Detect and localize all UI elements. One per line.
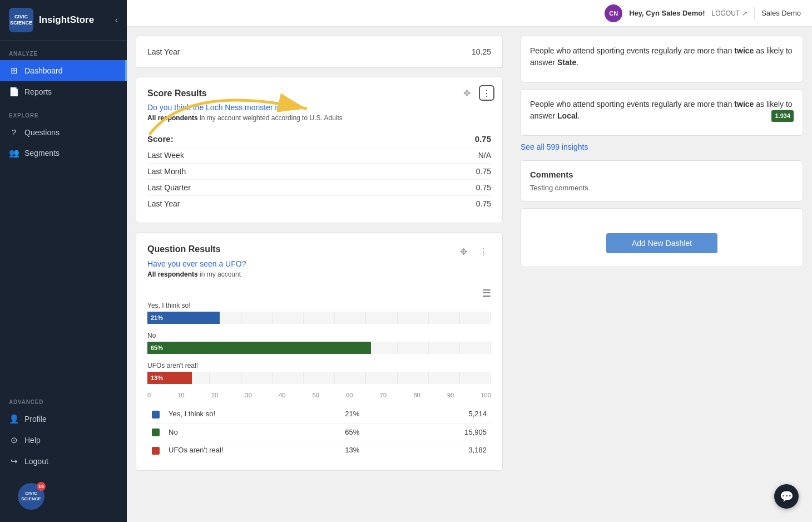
help-icon: ⊙ <box>9 435 19 445</box>
analyze-section-label: ANALYZE <box>0 41 127 60</box>
q-more-options-icon[interactable]: ⋮ <box>476 244 491 259</box>
sidebar-collapse-btn[interactable]: ‹ <box>115 15 118 25</box>
score-results-question-link[interactable]: Do you think the Loch Ness monster is re… <box>147 103 491 112</box>
chart-xaxis: 0102030405060708090100 <box>147 392 491 398</box>
insight-card-2: People who attend sporting events regula… <box>521 89 803 136</box>
legend-label: Yes, I think so! <box>164 405 340 423</box>
sidebar-header: CIVICSCIENCE InsightStore ‹ <box>0 0 127 41</box>
xaxis-label: 20 <box>211 392 218 398</box>
subtitle-rest: in my account weighted according to U.S.… <box>198 114 343 122</box>
topbar: CN Hey, Cyn Sales Demo! LOGOUT ↗ Sales D… <box>127 0 812 27</box>
xaxis-label: 90 <box>447 392 454 398</box>
sidebar-item-label: Help <box>24 436 41 445</box>
legend-swatch <box>152 429 160 436</box>
main-content: CN Hey, Cyn Sales Demo! LOGOUT ↗ Sales D… <box>127 0 812 522</box>
xaxis-label: 40 <box>279 392 285 398</box>
chart-menu-icon[interactable]: ☰ <box>482 288 491 299</box>
sidebar-item-help[interactable]: ⊙ Help <box>0 430 127 451</box>
subtitle-bold: All respondents <box>147 114 198 122</box>
advanced-section-label: ADVANCED <box>0 389 127 408</box>
xaxis-label: 80 <box>413 392 420 398</box>
xaxis-label: 10 <box>177 392 184 398</box>
see-all-insights-link[interactable]: See all 599 insights <box>521 142 803 151</box>
sidebar: CIVICSCIENCE InsightStore ‹ ANALYZE ⊞ Da… <box>0 0 127 522</box>
comments-title: Comments <box>530 170 794 179</box>
logout-button[interactable]: LOGOUT ↗ <box>712 9 748 17</box>
partial-score-card: Last Year 10.25 <box>136 36 503 68</box>
question-results-card: Question Results ✥ ⋮ Have you ever seen … <box>136 232 503 471</box>
partial-label: Last Year <box>147 47 180 56</box>
insight-badge: 1.934 <box>771 110 794 122</box>
bar-label: Yes, I think so! <box>147 302 491 309</box>
sidebar-item-label: Logout <box>24 457 48 466</box>
xaxis-label: 50 <box>313 392 319 398</box>
sidebar-item-label: Reports <box>24 87 52 96</box>
xaxis-label: 0 <box>147 392 151 398</box>
bar-fill: 65% <box>147 342 371 354</box>
more-options-icon[interactable]: ⋮ <box>479 85 494 101</box>
sidebar-item-profile[interactable]: 👤 Profile <box>0 408 127 430</box>
add-dashlet-container: Add New Dashlet <box>521 208 803 267</box>
sidebar-item-label: Segments <box>24 149 60 157</box>
score-results-subtitle: All respondents in my account weighted a… <box>147 114 491 122</box>
page-body: Last Year 10.25 Score Results Do you thi… <box>127 27 812 522</box>
question-results-title: Question Results <box>147 244 221 254</box>
bar-label: UFOs aren't real! <box>147 362 491 370</box>
segments-icon: 👥 <box>9 148 19 158</box>
bar-pct-label: 13% <box>147 375 166 381</box>
bar-pct-label: 65% <box>147 344 166 351</box>
legend-count: 15,905 <box>405 423 491 441</box>
score-card-toolbar: ✥ ⋮ <box>459 85 494 101</box>
legend-table: Yes, I think so! 21% 5,214 No 65% 15,905… <box>147 405 491 459</box>
q-subtitle-rest: in my account <box>198 270 241 278</box>
civic-science-logo-badge[interactable]: CIVICSCIENCE 19 <box>18 483 44 510</box>
question-results-subtitle: All respondents in my account <box>147 270 491 278</box>
profile-icon: 👤 <box>9 414 19 424</box>
logout-icon: ↪ <box>9 456 19 466</box>
sidebar-item-segments[interactable]: 👥 Segments <box>0 142 127 164</box>
chat-bubble-button[interactable]: 💬 <box>774 484 799 509</box>
insight-card-1: People who attend sporting events regula… <box>521 36 803 82</box>
partial-value: 10.25 <box>472 47 491 56</box>
legend-row: UFOs aren't real! 13% 3,182 <box>147 441 491 459</box>
sidebar-item-questions[interactable]: ? Questions <box>0 122 127 142</box>
sidebar-item-label: Profile <box>24 415 47 423</box>
drag-handle-icon[interactable]: ✥ <box>459 85 474 101</box>
q-drag-handle-icon[interactable]: ✥ <box>455 244 471 259</box>
sidebar-item-logout[interactable]: ↪ Logout <box>0 451 127 472</box>
app-logo: CIVICSCIENCE <box>9 8 33 32</box>
insight-text-2: People who attend sporting events regula… <box>530 99 794 122</box>
legend-count: 3,182 <box>405 441 491 459</box>
xaxis-label: 100 <box>481 392 491 398</box>
bar-pct-label: 21% <box>147 314 166 321</box>
bar-chart: Yes, I think so!21%No65%UFOs aren't real… <box>147 302 491 384</box>
xaxis-label: 70 <box>380 392 387 398</box>
legend-swatch <box>152 447 160 455</box>
sidebar-item-dashboard[interactable]: ⊞ Dashboard <box>0 60 127 81</box>
legend-pct: 13% <box>340 441 405 459</box>
notification-badge: 19 <box>37 482 46 491</box>
right-panel: People who attend sporting events regula… <box>512 27 812 522</box>
explore-section-label: EXPLORE <box>0 102 127 122</box>
comments-card: Comments Testing comments <box>521 160 803 201</box>
legend-label: No <box>164 423 340 441</box>
bar-label: No <box>147 332 491 339</box>
add-dashlet-button[interactable]: Add New Dashlet <box>606 233 717 253</box>
legend-pct: 21% <box>340 405 405 423</box>
topbar-divider <box>754 7 755 20</box>
score-results-title: Score Results <box>147 88 491 99</box>
sidebar-item-reports[interactable]: 📄 Reports <box>0 81 127 102</box>
question-results-link[interactable]: Have you ever seen a UFO? <box>147 259 491 268</box>
partial-row: Last Year 10.25 <box>147 45 491 58</box>
score-table: Score:0.75Last WeekN/ALast Month0.75Last… <box>147 131 491 211</box>
bar-fill: 13% <box>147 372 192 384</box>
legend-label: UFOs aren't real! <box>164 441 340 459</box>
comments-text: Testing comments <box>530 184 794 192</box>
app-title: InsightStore <box>39 14 94 26</box>
legend-row: Yes, I think so! 21% 5,214 <box>147 405 491 423</box>
sidebar-item-label: Questions <box>24 128 60 137</box>
xaxis-label: 60 <box>346 392 353 398</box>
score-results-card: Score Results Do you think the Loch Ness… <box>136 77 503 223</box>
reports-icon: 📄 <box>9 87 19 97</box>
user-avatar: CN <box>605 4 622 22</box>
